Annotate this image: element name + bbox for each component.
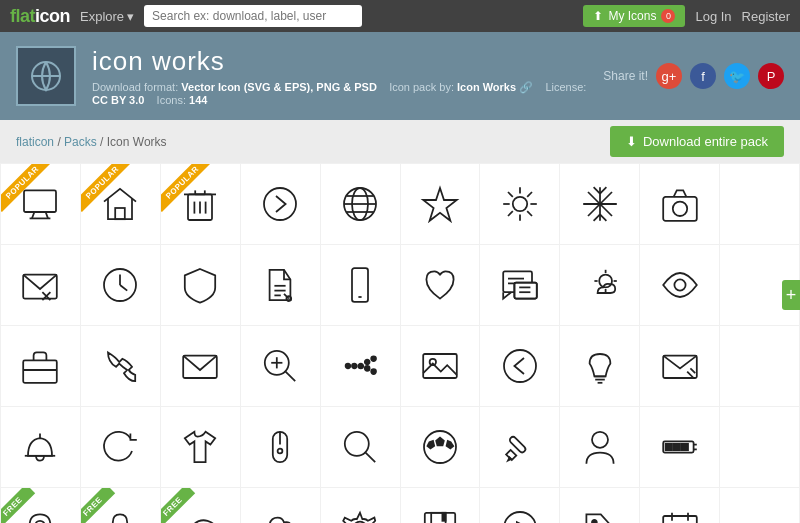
icon-cell-soccer[interactable] <box>401 407 480 487</box>
pack-header: icon works Download format: Vector Icon … <box>0 32 800 120</box>
breadcrumb-flaticon[interactable]: flaticon <box>16 135 54 149</box>
icon-cell-location[interactable]: free <box>1 488 80 523</box>
icon-cell-dots[interactable] <box>321 326 400 406</box>
icon-cell-tag[interactable] <box>560 488 639 523</box>
logo-flat: flat <box>10 6 35 26</box>
icon-cell-chevron-left[interactable] <box>480 326 559 406</box>
login-button[interactable]: Log In <box>695 9 731 24</box>
search-input[interactable] <box>144 5 362 27</box>
svg-rect-39 <box>663 197 697 221</box>
icon-cell-heart[interactable] <box>401 245 480 325</box>
breadcrumb-packs[interactable]: Packs <box>64 135 97 149</box>
side-add-button[interactable]: + <box>782 280 800 310</box>
icon-cell-snowflake[interactable] <box>560 164 639 244</box>
icon-cell-magnify[interactable] <box>321 407 400 487</box>
icon-cell-envelope[interactable] <box>161 326 240 406</box>
icon-cell-telephone[interactable] <box>81 326 160 406</box>
icon-cell-spacer <box>720 488 799 523</box>
icon-cell-cloud[interactable] <box>241 488 320 523</box>
icon-cell-briefcase[interactable] <box>1 326 80 406</box>
svg-line-46 <box>120 285 127 291</box>
pack-title: icon works <box>92 46 587 77</box>
pack-logo <box>16 46 76 106</box>
logo[interactable]: flaticon <box>10 6 70 27</box>
svg-marker-98 <box>435 437 445 447</box>
icon-cell-clock[interactable] <box>81 245 160 325</box>
svg-point-94 <box>278 449 283 454</box>
icon-cell-phone[interactable] <box>321 245 400 325</box>
svg-rect-115 <box>425 513 455 523</box>
icon-cell-mouse[interactable] <box>241 407 320 487</box>
icon-cell-floppy[interactable] <box>401 488 480 523</box>
svg-point-103 <box>592 432 608 448</box>
svg-point-74 <box>346 364 351 369</box>
icon-cell-shield[interactable] <box>161 245 240 325</box>
icon-cell-battery[interactable] <box>640 407 719 487</box>
icon-cell-chevron-right[interactable] <box>241 164 320 244</box>
my-icons-button[interactable]: ⬆ My Icons 0 <box>583 5 685 27</box>
icon-cell-eye[interactable] <box>640 245 719 325</box>
register-button[interactable]: Register <box>742 9 790 24</box>
svg-line-36 <box>600 187 606 193</box>
icon-cell-cloud-sun[interactable] <box>560 245 639 325</box>
breadcrumb-current: Icon Works <box>107 135 167 149</box>
svg-line-29 <box>527 192 532 197</box>
icon-cell-search-plus[interactable] <box>241 326 320 406</box>
svg-line-30 <box>508 211 513 216</box>
svg-line-37 <box>593 214 599 220</box>
icon-cell-chat[interactable] <box>480 245 559 325</box>
icon-cell-spacer <box>720 326 799 406</box>
icon-cell-bulb[interactable] <box>560 326 639 406</box>
icon-cell-refresh2[interactable]: free <box>161 488 240 523</box>
icon-cell-pencil[interactable] <box>480 407 559 487</box>
icon-cell-shirt[interactable] <box>161 407 240 487</box>
download-icon: ⬇ <box>626 134 637 149</box>
share-area: Share it! g+ f 🐦 P <box>603 63 784 89</box>
icon-cell-play[interactable] <box>480 488 559 523</box>
icon-cell-user[interactable] <box>560 407 639 487</box>
icon-cell-bell[interactable] <box>1 407 80 487</box>
svg-marker-99 <box>426 440 435 450</box>
icon-cell-image[interactable] <box>401 326 480 406</box>
icon-cell-gear[interactable] <box>321 488 400 523</box>
svg-line-71 <box>285 371 295 381</box>
icon-cell-doc-edit[interactable] <box>241 245 320 325</box>
svg-rect-81 <box>423 354 457 378</box>
icon-cell-mail-x[interactable] <box>1 245 80 325</box>
svg-rect-109 <box>681 444 687 450</box>
svg-rect-108 <box>673 444 679 450</box>
svg-rect-67 <box>24 360 58 382</box>
download-pack-button[interactable]: ⬇ Download entire pack <box>610 126 784 157</box>
svg-point-78 <box>365 366 370 371</box>
svg-line-38 <box>600 214 606 220</box>
icon-cell-refresh[interactable] <box>81 407 160 487</box>
icon-cell-sun[interactable] <box>480 164 559 244</box>
icon-cell-spacer <box>720 407 799 487</box>
pinterest-share-button[interactable]: P <box>758 63 784 89</box>
svg-point-61 <box>599 275 612 288</box>
icon-cell-lock[interactable]: free <box>81 488 160 523</box>
icon-cell-monitor[interactable]: popular <box>1 164 80 244</box>
svg-line-35 <box>593 187 599 193</box>
icon-cell-calendar[interactable] <box>640 488 719 523</box>
svg-point-76 <box>358 364 363 369</box>
svg-point-83 <box>504 350 536 382</box>
svg-point-77 <box>365 360 370 365</box>
icon-cell-globe[interactable] <box>321 164 400 244</box>
breadcrumb: flaticon / Packs / Icon Works <box>16 135 167 149</box>
icon-cell-trash[interactable]: popular <box>161 164 240 244</box>
pack-info: icon works Download format: Vector Icon … <box>92 46 587 106</box>
breadcrumb-bar: flaticon / Packs / Icon Works ⬇ Download… <box>0 120 800 163</box>
icon-cell-camera[interactable] <box>640 164 719 244</box>
facebook-share-button[interactable]: f <box>690 63 716 89</box>
svg-marker-21 <box>423 188 457 221</box>
icon-cell-star[interactable] <box>401 164 480 244</box>
twitter-share-button[interactable]: 🐦 <box>724 63 750 89</box>
explore-button[interactable]: Explore ▾ <box>80 9 134 24</box>
chevron-down-icon: ▾ <box>127 9 134 24</box>
top-navigation: flaticon Explore ▾ ⬆ My Icons 0 Log In R… <box>0 0 800 32</box>
svg-line-27 <box>508 192 513 197</box>
icon-cell-mail-edit[interactable] <box>640 326 719 406</box>
google-plus-share-button[interactable]: g+ <box>656 63 682 89</box>
icon-cell-home[interactable]: popular <box>81 164 160 244</box>
